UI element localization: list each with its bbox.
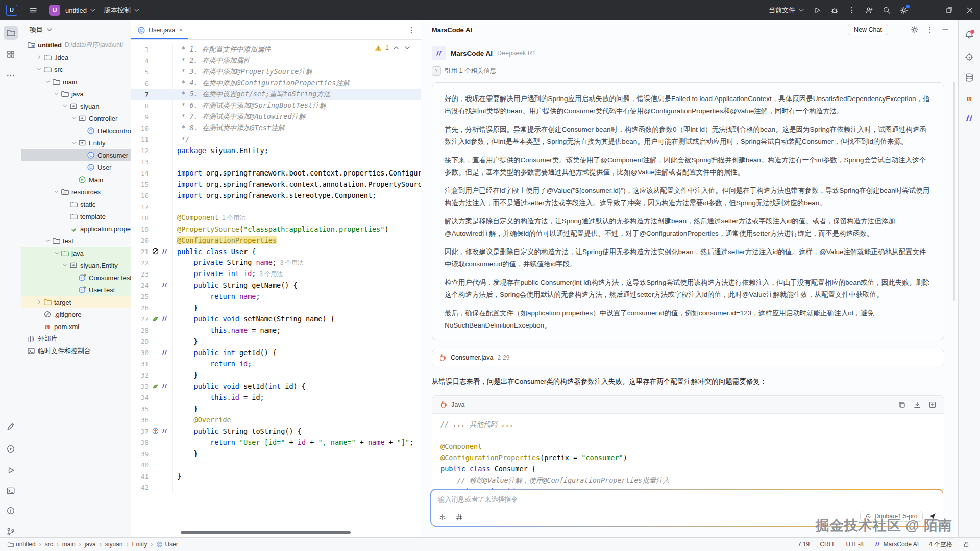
breadcrumb-user[interactable]: CUser <box>156 541 178 548</box>
tree-item-resources[interactable]: resources <box>21 186 131 198</box>
copy-icon[interactable] <box>898 400 906 409</box>
toolbar-locator-icon[interactable] <box>962 50 976 64</box>
marscode-gutter-icon[interactable] <box>161 315 169 323</box>
tree-item-controller[interactable]: Controller <box>21 112 131 124</box>
ban-icon[interactable] <box>152 247 160 256</box>
toolbar-pencil-icon[interactable] <box>4 419 18 434</box>
tree-chevron-icon[interactable] <box>70 139 78 147</box>
breadcrumb-siyuan[interactable]: siyuan <box>105 541 123 548</box>
tree-item--gitignore[interactable]: .gitignore <box>21 308 131 320</box>
tree-item-static[interactable]: static <box>21 198 131 210</box>
new-chat-button[interactable]: New Chat <box>848 24 888 35</box>
tree-chevron-icon[interactable] <box>70 115 78 122</box>
file-reference-chip[interactable]: Consumer.java 2-29 <box>432 349 944 366</box>
toolbar-play2-icon[interactable] <box>4 463 18 478</box>
tree-item-entity[interactable]: Entity <box>21 137 131 149</box>
gear-icon[interactable] <box>911 26 919 34</box>
tree-item-usertest[interactable]: CUserTest <box>21 284 131 296</box>
toolbar-marscode-icon[interactable] <box>962 111 976 126</box>
tree-chevron-icon[interactable] <box>35 54 43 61</box>
tree-chevron-icon[interactable] <box>53 188 60 196</box>
new-file-icon[interactable] <box>928 400 937 409</box>
toolbar-bell-icon[interactable] <box>962 29 976 43</box>
tree-item-consumer[interactable]: CConsumer <box>21 149 131 161</box>
tree-item-java[interactable]: java <box>21 247 131 259</box>
marscode-gutter-icon[interactable] <box>161 427 169 435</box>
kebab-icon[interactable] <box>926 26 934 34</box>
close-icon[interactable]: × <box>179 26 183 34</box>
tab-user-java[interactable]: C User.java × <box>131 20 188 39</box>
override-icon[interactable] <box>152 427 160 435</box>
tree-item-siyuan-entity[interactable]: siyuan.Entity <box>21 259 131 271</box>
tree-item-pom-xml[interactable]: mpom.xml <box>21 320 131 333</box>
tree-item-java[interactable]: java <box>21 88 131 100</box>
tree-item-main[interactable]: main <box>21 76 131 88</box>
insert-icon[interactable] <box>913 400 921 409</box>
tree-item-hellocontroller[interactable]: CHellocontroller <box>21 124 131 137</box>
marscode-gutter-icon[interactable] <box>161 281 169 289</box>
tree-item-test[interactable]: test <box>21 235 131 247</box>
leaf-icon[interactable] <box>152 382 160 390</box>
titlebar-user-plus-button[interactable] <box>861 2 878 19</box>
toolbar-structure-icon[interactable] <box>4 47 18 61</box>
window-restore-button[interactable] <box>939 0 960 20</box>
minimize-icon[interactable] <box>941 26 949 34</box>
tree-item-application-properties[interactable]: application.properties <box>21 222 131 235</box>
tree-chevron-icon[interactable] <box>53 249 60 257</box>
toolbar-database-icon[interactable] <box>962 70 976 85</box>
tree-item-user[interactable]: CUser <box>21 161 131 173</box>
tree-item-template[interactable]: template <box>21 210 131 222</box>
titlebar-search-button[interactable] <box>878 2 895 19</box>
status-7-19[interactable]: 7:19 <box>798 541 810 548</box>
people-icon[interactable] <box>895 26 903 34</box>
leaf-icon[interactable] <box>152 315 160 323</box>
commands-icon[interactable] <box>438 513 447 521</box>
tree-chevron-icon[interactable] <box>44 237 52 245</box>
marscode-gutter-icon[interactable] <box>161 348 169 357</box>
reference-toggle[interactable]: 引用 1 个相关信息 <box>432 66 944 76</box>
status-utf-8[interactable]: UTF-8 <box>846 541 864 548</box>
toolbar-terminal-icon[interactable] <box>4 484 18 498</box>
tree-chevron-icon[interactable] <box>53 90 60 98</box>
toolbar-maven-m-icon[interactable]: m <box>962 91 976 105</box>
titlebar-kebab-button[interactable] <box>843 2 861 19</box>
context-hash-icon[interactable] <box>455 513 463 521</box>
tree-item--[interactable]: 临时文件和控制台 <box>21 345 131 357</box>
status-marscode-ai[interactable]: MarsCode AI <box>874 541 919 548</box>
toolbar-folder-icon[interactable] <box>4 26 18 40</box>
main-menu-button[interactable] <box>24 2 42 19</box>
window-close-button[interactable] <box>960 0 980 20</box>
tree-chevron-icon[interactable] <box>35 66 43 73</box>
tree-chevron-icon[interactable] <box>61 103 69 110</box>
toolbar-info-icon[interactable] <box>4 504 18 518</box>
chat-scrollbar[interactable] <box>953 82 955 301</box>
tree-item-src[interactable]: src <box>21 63 131 76</box>
tree-item--[interactable]: 外部库 <box>21 333 131 345</box>
project-widget[interactable]: U untitled <box>49 5 97 16</box>
toolbar-branch-icon[interactable] <box>4 524 18 539</box>
titlebar-play-button[interactable] <box>808 2 826 19</box>
breadcrumb-main[interactable]: main <box>62 541 76 548</box>
tree-item-consumertest[interactable]: CConsumerTest <box>21 271 131 284</box>
tree-item--idea[interactable]: .idea <box>21 51 131 63</box>
titlebar-bug-button[interactable] <box>826 2 843 19</box>
tree-item-target[interactable]: target <box>21 296 131 308</box>
status-crlf[interactable]: CRLF <box>820 541 836 548</box>
marscode-gutter-icon[interactable] <box>161 247 169 256</box>
tree-item-untitled[interactable]: untitledD:\data\程序\java\unti <box>21 39 131 51</box>
vcs-menu[interactable]: 版本控制 <box>104 6 141 15</box>
breadcrumb-entity[interactable]: Entity <box>132 541 147 548</box>
run-config-selector[interactable]: 当前文件 <box>769 6 805 15</box>
code-editor[interactable]: 3 * 1. 在配置文件中添加属性4 * 2. 在类中添加属性5 * 3. 在类… <box>131 40 421 493</box>
breadcrumb-untitled[interactable]: untitled <box>7 541 36 548</box>
breadcrumb-src[interactable]: src <box>45 541 53 548</box>
window-minimize-button[interactable] <box>919 0 939 20</box>
tree-item-main[interactable]: Main <box>21 173 131 186</box>
horizontal-scrollbar[interactable] <box>181 531 351 534</box>
tree-chevron-icon[interactable] <box>35 298 43 306</box>
tree-chevron-icon[interactable] <box>61 262 69 269</box>
titlebar-gear-button[interactable] <box>895 2 913 19</box>
tree-chevron-icon[interactable] <box>44 78 52 86</box>
toolbar-run-circle-icon[interactable] <box>4 442 18 456</box>
breadcrumb-java[interactable]: java <box>85 541 96 548</box>
